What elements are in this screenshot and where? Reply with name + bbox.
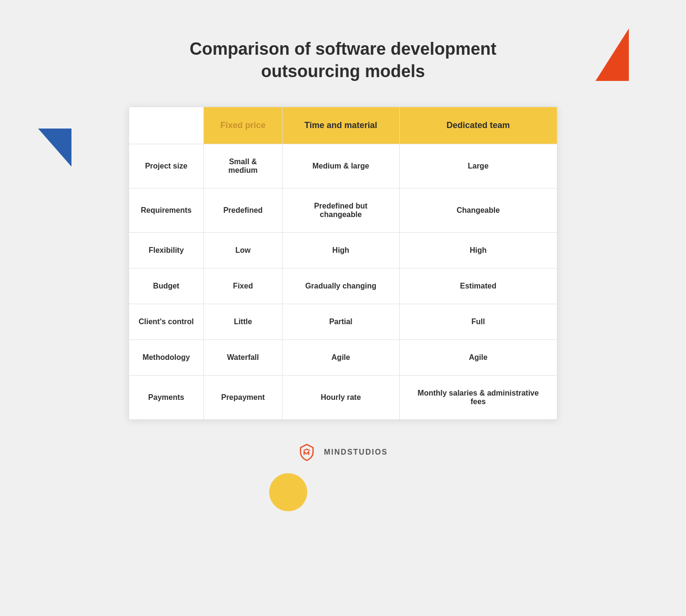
row-fixed-value: Waterfall bbox=[203, 339, 282, 375]
row-fixed-value: Prepayment bbox=[203, 375, 282, 419]
row-time-value: Gradually changing bbox=[282, 268, 399, 304]
row-fixed-value: Low bbox=[203, 232, 282, 268]
table-row: FlexibilityLowHighHigh bbox=[129, 232, 557, 268]
row-label: Project size bbox=[129, 144, 204, 188]
row-fixed-value: Fixed bbox=[203, 268, 282, 304]
table-row: BudgetFixedGradually changingEstimated bbox=[129, 268, 557, 304]
blue-triangle-decoration bbox=[38, 129, 71, 167]
row-dedicated-value: Monthly salaries & administrative fees bbox=[399, 375, 557, 419]
row-label: Methodology bbox=[129, 339, 204, 375]
comparison-table: Fixed price Time and material Dedicated … bbox=[129, 107, 557, 420]
branding-section: MINDSTUDIOS bbox=[298, 444, 388, 461]
row-time-value: High bbox=[282, 232, 399, 268]
brand-logo bbox=[298, 444, 319, 461]
row-label: Flexibility bbox=[129, 232, 204, 268]
row-label: Requirements bbox=[129, 188, 204, 232]
table-row: PaymentsPrepaymentHourly rateMonthly sal… bbox=[129, 375, 557, 419]
row-time-value: Hourly rate bbox=[282, 375, 399, 419]
table-body: Project sizeSmall & mediumMedium & large… bbox=[129, 144, 557, 419]
header-fixed-price: Fixed price bbox=[203, 107, 282, 144]
row-time-value: Predefined but changeable bbox=[282, 188, 399, 232]
row-fixed-value: Little bbox=[203, 304, 282, 339]
row-time-value: Agile bbox=[282, 339, 399, 375]
orange-triangle-decoration bbox=[595, 29, 629, 81]
row-dedicated-value: Large bbox=[399, 144, 557, 188]
row-label: Budget bbox=[129, 268, 204, 304]
page-title: Comparison of software development outso… bbox=[190, 38, 496, 83]
header-dedicated-team: Dedicated team bbox=[399, 107, 557, 144]
yellow-circle-decoration bbox=[269, 473, 307, 511]
header-time-material: Time and material bbox=[282, 107, 399, 144]
row-time-value: Partial bbox=[282, 304, 399, 339]
row-dedicated-value: High bbox=[399, 232, 557, 268]
row-fixed-value: Predefined bbox=[203, 188, 282, 232]
row-dedicated-value: Changeable bbox=[399, 188, 557, 232]
row-label: Payments bbox=[129, 375, 204, 419]
row-label: Client's control bbox=[129, 304, 204, 339]
header-label-col bbox=[129, 107, 204, 144]
table-header-row: Fixed price Time and material Dedicated … bbox=[129, 107, 557, 144]
table-row: Project sizeSmall & mediumMedium & large… bbox=[129, 144, 557, 188]
row-time-value: Medium & large bbox=[282, 144, 399, 188]
row-fixed-value: Small & medium bbox=[203, 144, 282, 188]
table-row: MethodologyWaterfallAgileAgile bbox=[129, 339, 557, 375]
mindstudios-icon bbox=[298, 444, 315, 461]
table-row: RequirementsPredefinedPredefined but cha… bbox=[129, 188, 557, 232]
row-dedicated-value: Estimated bbox=[399, 268, 557, 304]
table-row: Client's controlLittlePartialFull bbox=[129, 304, 557, 339]
brand-name-text: MINDSTUDIOS bbox=[324, 448, 388, 457]
row-dedicated-value: Full bbox=[399, 304, 557, 339]
row-dedicated-value: Agile bbox=[399, 339, 557, 375]
comparison-table-wrapper: Fixed price Time and material Dedicated … bbox=[129, 107, 557, 420]
